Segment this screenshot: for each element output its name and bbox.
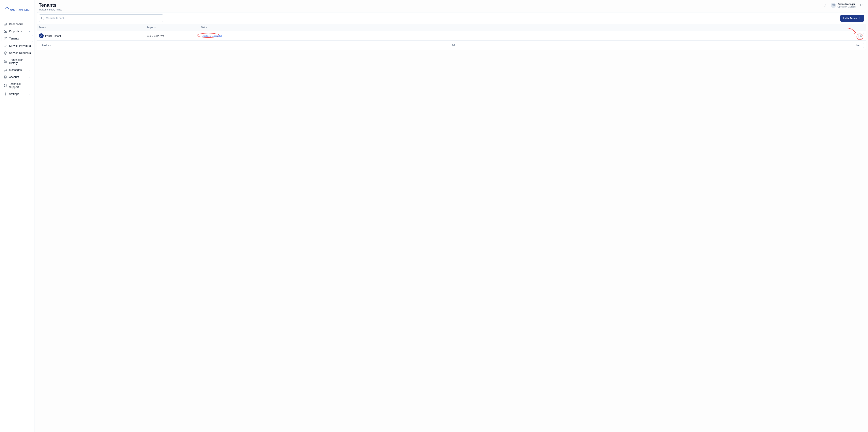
nav-label: Dashboard — [9, 23, 23, 26]
pagination: Previous 1/1 Next — [37, 41, 866, 50]
layers-icon — [4, 51, 7, 55]
notifications-button[interactable] — [823, 2, 828, 8]
user-chip[interactable]: PM Prince Manager Operation Manager — [831, 3, 856, 8]
svg-point-6 — [5, 85, 6, 86]
tools-icon — [4, 44, 7, 48]
chevron-down-icon — [28, 30, 31, 33]
previous-button[interactable]: Previous — [39, 43, 53, 48]
sidebar-item-account[interactable]: Account — [2, 74, 33, 80]
user-role: Operation Manager — [837, 5, 856, 8]
status-cell: Enrollment Successfull — [200, 34, 852, 37]
sidebar-item-dashboard[interactable]: Dashboard — [2, 21, 33, 27]
avatar: PM — [831, 3, 836, 8]
svg-point-7 — [5, 94, 6, 95]
invite-tenant-button[interactable]: Invite Tenant — [840, 15, 864, 22]
chevron-down-icon — [28, 75, 31, 79]
svg-point-3 — [6, 37, 7, 38]
lifebuoy-icon — [4, 84, 7, 87]
th-tenant: Tenant — [39, 26, 147, 29]
nav-list: Dashboard Properties Tenants Service Pro… — [2, 21, 33, 97]
nav-label: Service Providers — [9, 44, 31, 48]
actions-cell — [852, 33, 864, 38]
main-content: Tenants Welcome back, Prince PM Prince M… — [35, 0, 868, 432]
property-text: 315 E 12th Ave — [147, 34, 164, 37]
sidebar-item-service-requests[interactable]: Service Requests — [2, 50, 33, 56]
bell-icon — [823, 3, 827, 7]
view-tenant-button[interactable] — [858, 33, 864, 38]
tenant-cell: Prince Tenant — [39, 33, 147, 38]
chevron-down-icon — [28, 93, 31, 95]
page-info: 1/1 — [452, 44, 455, 47]
nav-label: Settings — [9, 92, 19, 96]
svg-marker-4 — [4, 52, 7, 53]
gear-icon — [4, 92, 7, 96]
page-heading: Tenants Welcome back, Prince — [39, 2, 62, 11]
invite-label: Invite Tenant — [843, 17, 858, 20]
file-icon — [4, 75, 7, 79]
nav-label: Tenants — [9, 37, 19, 40]
topbar: Tenants Welcome back, Prince PM Prince M… — [35, 0, 868, 12]
sidebar: OME TRUMPETER Dashboard Properties Tenan… — [0, 0, 35, 432]
nav-label: Transaction History — [9, 58, 31, 65]
tenant-avatar-icon — [39, 33, 43, 38]
page-title: Tenants — [39, 2, 62, 8]
table-header: Tenant Property Status — [37, 24, 866, 31]
message-icon — [4, 68, 7, 72]
nav-label: Technical Support — [9, 82, 31, 89]
filter-row: Invite Tenant — [37, 12, 866, 24]
next-button[interactable]: Next — [854, 43, 864, 48]
content-card: Invite Tenant Tenant Property Status — [37, 12, 866, 50]
home-trumpeter-logo-icon: OME TRUMPETER — [4, 6, 30, 12]
search-input[interactable] — [39, 14, 163, 22]
bar-chart-icon — [4, 22, 7, 26]
svg-text:OME TRUMPETER: OME TRUMPETER — [10, 9, 30, 11]
logout-icon — [860, 3, 863, 6]
th-actions — [852, 26, 864, 29]
th-status: Status — [200, 26, 852, 29]
bank-icon — [4, 60, 7, 63]
logo: OME TRUMPETER — [2, 2, 33, 21]
svg-point-9 — [41, 35, 42, 36]
home-icon — [4, 29, 7, 33]
logout-button[interactable] — [859, 3, 864, 8]
document-search-icon — [860, 34, 863, 37]
nav-label: Account — [9, 75, 19, 79]
sidebar-item-settings[interactable]: Settings — [2, 91, 33, 97]
chevron-down-icon — [28, 68, 31, 71]
status-badge: Enrollment Successfull — [200, 34, 223, 37]
nav-label: Properties — [9, 30, 22, 33]
user-name: Prince Manager — [837, 3, 856, 5]
status-text: Enrollment Successfull — [200, 35, 223, 37]
users-icon — [4, 37, 7, 40]
sidebar-item-transaction-history[interactable]: Transaction History — [2, 57, 33, 66]
person-icon — [40, 34, 43, 37]
search-wrap — [39, 14, 163, 22]
chevron-right-icon — [859, 17, 861, 19]
svg-point-2 — [5, 37, 6, 38]
svg-point-8 — [41, 17, 43, 19]
tenants-table: Tenant Property Status Prince Tenant 315… — [37, 24, 866, 50]
sidebar-item-service-providers[interactable]: Service Providers — [2, 42, 33, 49]
sidebar-item-messages[interactable]: Messages — [2, 66, 33, 73]
tenant-name: Prince Tenant — [45, 34, 61, 37]
th-property: Property — [147, 26, 200, 29]
welcome-text: Welcome back, Prince — [39, 8, 62, 11]
sidebar-item-tenants[interactable]: Tenants — [2, 35, 33, 42]
sidebar-item-properties[interactable]: Properties — [2, 28, 33, 35]
top-right-controls: PM Prince Manager Operation Manager — [823, 2, 864, 8]
table-row: Prince Tenant 315 E 12th Ave Enrollment … — [37, 31, 866, 41]
nav-label: Messages — [9, 68, 22, 71]
property-cell: 315 E 12th Ave — [147, 34, 200, 37]
sidebar-item-technical-support[interactable]: Technical Support — [2, 81, 33, 90]
search-icon — [41, 17, 44, 20]
nav-label: Service Requests — [9, 51, 31, 55]
